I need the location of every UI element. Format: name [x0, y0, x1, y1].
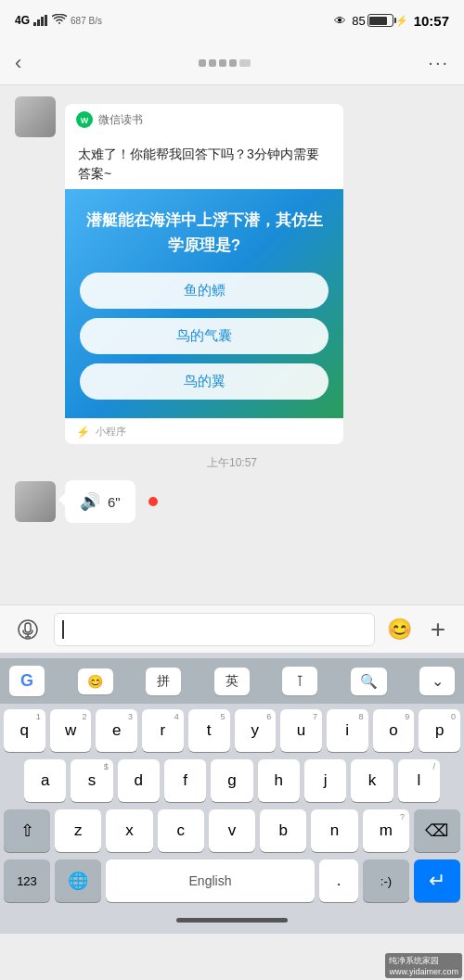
key-f[interactable]: f — [164, 759, 206, 802]
key-space[interactable]: English — [106, 859, 315, 902]
key-h[interactable]: h — [258, 759, 300, 802]
key-t[interactable]: 5t — [188, 709, 230, 752]
key-g[interactable]: g — [211, 759, 252, 802]
key-c[interactable]: c — [158, 809, 204, 852]
battery-indicator: 85 ⚡ — [352, 14, 407, 28]
keyboard-rows: 1q 2w 3e 4r 5t 6y 7u 8i 9o 0p a $s d f g… — [0, 704, 464, 906]
svg-rect-1 — [37, 19, 40, 26]
avatar-voice — [15, 481, 56, 522]
key-numbers[interactable]: 123 — [4, 859, 50, 902]
keyboard-row-1: 1q 2w 3e 4r 5t 6y 7u 8i 9o 0p — [4, 709, 460, 752]
svg-text:W: W — [81, 116, 89, 125]
key-z[interactable]: z — [55, 809, 101, 852]
key-w[interactable]: 2w — [50, 709, 92, 752]
key-period[interactable]: . — [319, 859, 358, 902]
voice-duration: 6" — [108, 494, 121, 510]
key-i[interactable]: 8i — [327, 709, 368, 752]
key-return[interactable]: ↵ — [414, 859, 460, 902]
quiz-options: 鱼的鳔 鸟的气囊 鸟的翼 — [80, 273, 329, 400]
key-e[interactable]: 3e — [96, 709, 137, 752]
add-button[interactable]: + — [423, 615, 453, 644]
key-j[interactable]: j — [304, 759, 346, 802]
key-k[interactable]: k — [351, 759, 393, 802]
battery-percent: 85 — [352, 14, 365, 28]
home-indicator-bar — [0, 906, 464, 934]
key-x[interactable]: x — [106, 809, 152, 852]
key-a[interactable]: a — [24, 759, 66, 802]
quiz-card: 潜艇能在海洋中上浮下潜，其仿生学原理是? 鱼的鳔 鸟的气囊 鸟的翼 — [65, 189, 343, 418]
keyboard-toolbar: G 😊 拼 英 ⊺ 🔍 ⌄ — [0, 658, 464, 704]
voice-wave-icon: 🔊 — [80, 491, 100, 512]
quiz-question: 潜艇能在海洋中上浮下潜，其仿生学原理是? — [80, 208, 329, 258]
chat-title — [199, 59, 251, 67]
message-timestamp: 上午10:57 — [15, 455, 449, 471]
keyboard-row-2: a $s d f g h j k /l — [4, 759, 460, 802]
quiz-option-3[interactable]: 鸟的翼 — [80, 363, 329, 400]
mini-program-card[interactable]: W 微信读书 太难了！你能帮我回答下吗？3分钟内需要答案~ 潜艇能在海洋中上浮下… — [65, 104, 343, 444]
message-row-incoming: W 微信读书 太难了！你能帮我回答下吗？3分钟内需要答案~ 潜艇能在海洋中上浮下… — [15, 96, 449, 444]
input-bar: 😊 + — [0, 605, 464, 653]
watermark: 纯净系统家园 www.yidaimer.com — [385, 953, 462, 978]
wifi-icon — [52, 14, 67, 28]
unread-dot — [148, 497, 158, 506]
mini-program-icon: W — [76, 111, 93, 128]
status-left: 4G 687 B/s — [15, 14, 102, 28]
key-smiley[interactable]: :-) — [363, 859, 409, 902]
svg-rect-3 — [45, 15, 47, 26]
keyboard-row-3: ⇧ z x c v b n ?m ⌫ — [4, 809, 460, 852]
key-backspace[interactable]: ⌫ — [414, 809, 460, 852]
keyboard-search-btn[interactable]: 🔍 — [351, 668, 387, 695]
mini-program-tag-icon: ⚡ — [76, 426, 90, 439]
signal-text: 4G — [15, 14, 30, 27]
key-d[interactable]: d — [118, 759, 160, 802]
keyboard: G 😊 拼 英 ⊺ 🔍 ⌄ 1q 2w 3e 4r 5t 6y 7u 8i 9o… — [0, 653, 464, 934]
mini-program-header: W 微信读书 — [65, 104, 343, 135]
svg-rect-0 — [33, 22, 36, 26]
key-globe[interactable]: 🌐 — [55, 859, 101, 902]
keyboard-handwrite-btn[interactable]: ⊺ — [282, 667, 317, 695]
keyboard-english-btn[interactable]: 英 — [214, 668, 250, 695]
back-button[interactable]: ‹ — [15, 51, 21, 75]
keyboard-row-4: 123 🌐 English . :-) ↵ — [4, 859, 460, 902]
keyboard-collapse-btn[interactable]: ⌄ — [419, 667, 455, 695]
key-s[interactable]: $s — [71, 759, 112, 802]
watermark-line2: www.yidaimer.com — [389, 967, 458, 976]
keyboard-google-btn[interactable]: G — [9, 666, 45, 696]
key-y[interactable]: 6y — [235, 709, 277, 752]
time-display: 10:57 — [414, 13, 449, 29]
key-o[interactable]: 9o — [373, 709, 415, 752]
voice-bubble[interactable]: 🔊 6" — [65, 480, 135, 523]
status-right: 👁 85 ⚡ 10:57 — [334, 13, 449, 29]
mini-program-name: 微信读书 — [98, 112, 143, 128]
voice-input-toggle[interactable] — [11, 613, 45, 646]
key-shift[interactable]: ⇧ — [4, 809, 50, 852]
signal-icon — [33, 15, 48, 26]
key-u[interactable]: 7u — [280, 709, 322, 752]
key-b[interactable]: b — [260, 809, 306, 852]
mini-program-tag-label: 小程序 — [96, 425, 126, 439]
contact-name-blurred — [199, 59, 251, 67]
text-input[interactable] — [54, 613, 375, 646]
chat-header: ‹ ··· — [0, 41, 464, 85]
avatar — [15, 96, 56, 137]
eye-icon: 👁 — [334, 14, 346, 28]
svg-rect-2 — [41, 17, 44, 26]
key-v[interactable]: v — [209, 809, 255, 852]
key-p[interactable]: 0p — [419, 709, 460, 752]
key-l[interactable]: /l — [398, 759, 440, 802]
mini-program-footer: ⚡ 小程序 — [65, 418, 343, 444]
quiz-option-1[interactable]: 鱼的鳔 — [80, 273, 329, 309]
emoji-button[interactable]: 😊 — [384, 615, 414, 644]
voice-message-row: 🔊 6" — [15, 480, 449, 523]
more-options-button[interactable]: ··· — [428, 52, 449, 73]
key-q[interactable]: 1q — [4, 709, 45, 752]
keyboard-emoji-btn[interactable]: 😊 — [78, 668, 113, 694]
key-r[interactable]: 4r — [142, 709, 184, 752]
speed-text: 687 B/s — [71, 16, 102, 26]
cursor — [62, 620, 64, 639]
message-content: W 微信读书 太难了！你能帮我回答下吗？3分钟内需要答案~ 潜艇能在海洋中上浮下… — [65, 96, 449, 444]
key-n[interactable]: n — [311, 809, 357, 852]
quiz-option-2[interactable]: 鸟的气囊 — [80, 318, 329, 354]
key-m[interactable]: ?m — [363, 809, 409, 852]
keyboard-pinyin-btn[interactable]: 拼 — [146, 668, 181, 695]
